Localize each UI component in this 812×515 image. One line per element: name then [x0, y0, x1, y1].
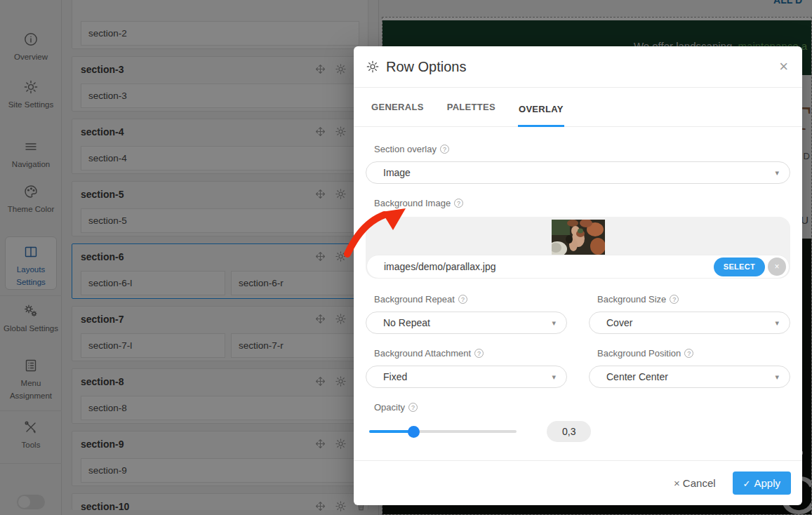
help-icon[interactable]: ?: [454, 199, 463, 208]
check-icon: ✓: [743, 479, 751, 489]
opacity-value: 0,3: [547, 421, 591, 442]
modal-body: Section overlay ? Image ▾ Background Ima…: [354, 127, 802, 442]
background-attachment-select[interactable]: Fixed ▾: [366, 366, 567, 388]
background-image-thumbnail[interactable]: [552, 220, 605, 255]
field-label: Background Repeat ?: [374, 294, 567, 305]
help-icon[interactable]: ?: [440, 145, 449, 154]
select-value: Image: [383, 167, 411, 178]
modal-title: Row Options: [386, 59, 467, 75]
tab-generals[interactable]: GENERALS: [371, 102, 425, 127]
field-label: Background Size ?: [597, 294, 790, 305]
cancel-button[interactable]: ×Cancel: [674, 477, 715, 489]
field-label: Opacity ?: [374, 402, 790, 413]
opacity-slider[interactable]: [369, 426, 517, 437]
chevron-down-icon: ▾: [552, 366, 556, 387]
modal-tabs: GENERALS PALETTES OVERLAY: [354, 88, 802, 127]
opacity-row: 0,3: [369, 421, 790, 442]
row-options-modal: Row Options × GENERALS PALETTES OVERLAY …: [354, 46, 802, 505]
background-image-path-row: SELECT ×: [366, 255, 790, 279]
help-icon[interactable]: ?: [684, 349, 693, 358]
apply-button[interactable]: ✓Apply: [733, 471, 791, 495]
clear-image-button[interactable]: ×: [768, 258, 786, 276]
field-label: Background Attachment ?: [374, 348, 567, 359]
modal-footer: ×Cancel ✓Apply: [354, 460, 802, 505]
app-window: Overview Site Settings Navigation Theme …: [0, 0, 812, 515]
chevron-down-icon: ▾: [552, 312, 556, 333]
select-value: Fixed: [383, 371, 407, 382]
chevron-down-icon: ▾: [775, 366, 779, 387]
opacity-slider-fill: [369, 430, 413, 433]
background-repeat-select[interactable]: No Repeat ▾: [366, 312, 567, 334]
chevron-down-icon: ▾: [775, 162, 779, 183]
background-position-select[interactable]: Center Center ▾: [589, 366, 790, 388]
help-icon[interactable]: ?: [408, 403, 418, 412]
select-value: No Repeat: [383, 317, 430, 328]
gear-icon: [366, 60, 380, 74]
select-value: Center Center: [606, 371, 668, 382]
background-size-select[interactable]: Cover ▾: [589, 312, 790, 334]
help-icon[interactable]: ?: [670, 295, 679, 304]
help-icon[interactable]: ?: [458, 295, 467, 304]
close-icon[interactable]: ×: [779, 60, 788, 74]
tab-overlay[interactable]: OVERLAY: [518, 104, 564, 127]
section-overlay-select[interactable]: Image ▾: [366, 161, 790, 184]
field-label: Section overlay ?: [374, 127, 790, 154]
tab-palettes[interactable]: PALETTES: [446, 102, 496, 127]
select-value: Cover: [606, 317, 632, 328]
select-image-button[interactable]: SELECT: [714, 258, 765, 276]
opacity-slider-thumb[interactable]: [408, 426, 420, 438]
x-icon: ×: [674, 477, 680, 489]
help-icon[interactable]: ?: [474, 349, 484, 358]
background-image-box: SELECT ×: [366, 217, 790, 279]
chevron-down-icon: ▾: [775, 312, 779, 333]
field-label: Background Position ?: [597, 348, 790, 359]
modal-header: Row Options ×: [354, 46, 802, 88]
field-label: Background Image ?: [374, 198, 790, 208]
background-image-path-input[interactable]: [384, 261, 714, 272]
